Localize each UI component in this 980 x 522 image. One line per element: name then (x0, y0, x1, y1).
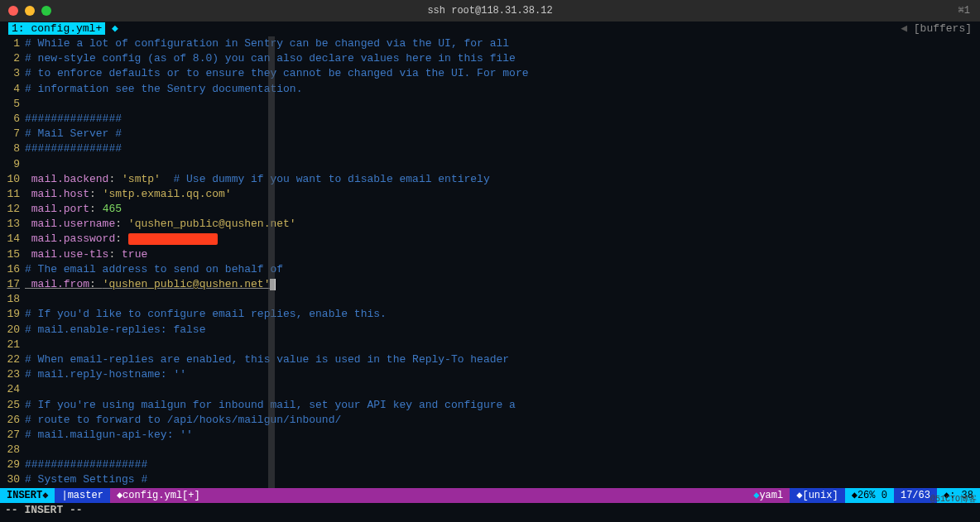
title-bar: ssh root@118.31.38.12 ⌘1 (0, 0, 980, 22)
line-content[interactable]: # Mail Server # (25, 127, 980, 141)
line-number: 7 (0, 127, 25, 141)
maximize-icon[interactable] (41, 6, 51, 16)
line-content[interactable] (25, 157, 980, 172)
buffer-line: 1: config.yml+ ◆ ◀ [buffers] (0, 22, 980, 36)
code-line[interactable]: 4# information see the Sentry documentat… (0, 82, 980, 97)
code-line[interactable]: 20# mail.enable-replies: false (0, 323, 980, 338)
line-number: 11 (0, 187, 25, 202)
status-line: INSERT ◆ | master ◆ config.yml[+] ◆ yaml… (0, 488, 980, 503)
line-content[interactable]: mail.backend: 'smtp' # Use dummy if you … (25, 172, 980, 187)
code-line[interactable]: 30# System Settings # (0, 472, 980, 487)
code-line[interactable]: 15 mail.use-tls: true (0, 247, 980, 262)
code-line[interactable]: 2# new-style config (as of 8.0) you can … (0, 51, 980, 66)
line-number: 26 (0, 413, 25, 428)
code-line[interactable]: 27# mail.mailgun-api-key: '' (0, 428, 980, 443)
code-line[interactable]: 24 (0, 382, 980, 397)
line-content[interactable] (25, 338, 980, 352)
line-number: 20 (0, 323, 25, 338)
line-content[interactable]: # If you'd like to configure email repli… (25, 307, 980, 322)
line-content[interactable]: mail.username: 'qushen_public@qushen.net… (25, 217, 980, 232)
code-line[interactable]: 9 (0, 157, 980, 172)
code-line[interactable]: 6############### (0, 112, 980, 127)
code-line[interactable]: 14 mail.password: (0, 232, 980, 247)
code-line[interactable]: 13 mail.username: 'qushen_public@qushen.… (0, 217, 980, 232)
line-content[interactable]: mail.password: (25, 232, 980, 247)
code-line[interactable]: 19# If you'd like to configure email rep… (0, 307, 980, 322)
code-line[interactable]: 21 (0, 338, 980, 352)
line-number: 8 (0, 141, 25, 156)
code-line[interactable]: 7# Mail Server # (0, 127, 980, 141)
line-content[interactable]: # mail.enable-replies: false (25, 323, 980, 338)
code-line[interactable]: 5 (0, 97, 980, 112)
line-content[interactable]: mail.use-tls: true (25, 247, 980, 262)
line-content[interactable]: ################### (25, 457, 980, 472)
code-line[interactable]: 18 (0, 292, 980, 307)
buffer-left: 1: config.yml+ ◆ (8, 22, 118, 36)
line-number: 19 (0, 307, 25, 322)
line-number: 14 (0, 232, 25, 247)
code-line[interactable]: 26# route to forward to /api/hooks/mailg… (0, 413, 980, 428)
editor-area[interactable]: 1# While a lot of configuration in Sentr… (0, 36, 980, 488)
title-shortcut: ⌘1 (958, 4, 970, 18)
line-number: 30 (0, 472, 25, 487)
line-content[interactable]: # new-style config (as of 8.0) you can a… (25, 51, 980, 66)
code-line[interactable]: 23# mail.reply-hostname: '' (0, 367, 980, 382)
line-number: 4 (0, 82, 25, 97)
line-number: 17 (0, 277, 25, 292)
watermark: @51CTO博客 (930, 494, 977, 505)
line-number: 23 (0, 367, 25, 382)
line-content[interactable] (25, 97, 980, 112)
buffers-label: [buffers] (914, 22, 972, 35)
line-content[interactable]: mail.host: 'smtp.exmail.qq.com' (25, 187, 980, 202)
line-content[interactable]: # to enforce defaults or to ensure they … (25, 66, 980, 81)
minimize-icon[interactable] (25, 6, 35, 16)
status-branch: | master (55, 488, 109, 503)
code-line[interactable]: 16# The email address to send on behalf … (0, 262, 980, 277)
line-content[interactable]: # mail.mailgun-api-key: '' (25, 428, 980, 443)
code-line[interactable]: 12 mail.port: 465 (0, 202, 980, 217)
cursor (270, 279, 276, 290)
line-number: 15 (0, 247, 25, 262)
line-content[interactable]: mail.port: 465 (25, 202, 980, 217)
line-content[interactable]: # mail.reply-hostname: '' (25, 367, 980, 382)
line-number: 1 (0, 36, 25, 51)
code-line[interactable]: 29################### (0, 457, 980, 472)
line-number: 3 (0, 66, 25, 81)
line-content[interactable]: # information see the Sentry documentati… (25, 82, 980, 97)
status-percent: ◆ 26% 0 (845, 488, 894, 503)
line-content[interactable]: # If you're using mailgun for inbound ma… (25, 398, 980, 413)
code-line[interactable]: 22# When email-replies are enabled, this… (0, 352, 980, 367)
line-number: 21 (0, 338, 25, 352)
line-content[interactable] (25, 443, 980, 457)
code-line[interactable]: 28 (0, 443, 980, 457)
code-line[interactable]: 11 mail.host: 'smtp.exmail.qq.com' (0, 187, 980, 202)
code-line[interactable]: 25# If you're using mailgun for inbound … (0, 398, 980, 413)
line-content[interactable] (25, 382, 980, 397)
code-line[interactable]: 17 mail.from: 'qushen_public@qushen.net' (0, 277, 980, 292)
line-number: 27 (0, 428, 25, 443)
redacted-password (128, 233, 218, 245)
line-number: 22 (0, 352, 25, 367)
status-file: ◆ config.yml[+] (110, 488, 207, 503)
line-content[interactable] (25, 292, 980, 307)
line-number: 13 (0, 217, 25, 232)
code-line[interactable]: 10 mail.backend: 'smtp' # Use dummy if y… (0, 172, 980, 187)
code-line[interactable]: 8############### (0, 141, 980, 156)
line-content[interactable]: # When email-replies are enabled, this v… (25, 352, 980, 367)
code-line[interactable]: 1# While a lot of configuration in Sentr… (0, 36, 980, 51)
line-number: 9 (0, 157, 25, 172)
status-mode: INSERT ◆ (0, 488, 55, 503)
line-content[interactable]: ############### (25, 141, 980, 156)
line-content[interactable]: # System Settings # (25, 472, 980, 487)
line-content[interactable]: # While a lot of configuration in Sentry… (25, 36, 980, 51)
line-content[interactable]: # route to forward to /api/hooks/mailgun… (25, 413, 980, 428)
line-content[interactable]: ############### (25, 112, 980, 127)
line-content[interactable]: mail.from: 'qushen_public@qushen.net' (25, 277, 980, 292)
line-number: 18 (0, 292, 25, 307)
buffer-tab[interactable]: 1: config.yml+ (8, 22, 105, 35)
line-content[interactable]: # The email address to send on behalf of (25, 262, 980, 277)
code-line[interactable]: 3# to enforce defaults or to ensure they… (0, 66, 980, 81)
window-controls (8, 6, 51, 16)
close-icon[interactable] (8, 6, 18, 16)
window-title: ssh root@118.31.38.12 (427, 4, 552, 18)
